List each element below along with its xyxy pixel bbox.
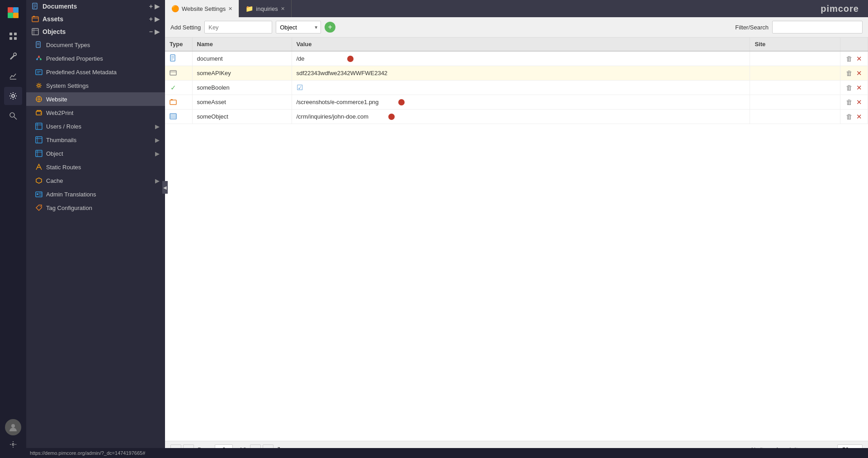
tab-inquiries[interactable]: 📁 inquiries ✕ [239,0,291,17]
row-type-cell [165,51,192,66]
documents-add[interactable]: + [149,3,153,10]
status-url: https://demo.pimcore.org/admin/?_dc=1474… [30,450,145,456]
sidebar-item-predefined-asset-metadata[interactable]: Predefined Asset Metadata [26,65,165,79]
col-actions [840,38,868,51]
delete-button[interactable]: 🗑 [845,112,854,121]
chart-icon[interactable] [4,67,22,85]
pimcore-logo: pimcore [821,4,859,14]
row-name-cell: someAsset [192,95,292,110]
row-site-cell [750,66,840,81]
svg-point-13 [11,424,15,428]
assets-expand[interactable]: ▶ [155,15,160,23]
user-avatar[interactable] [5,419,21,435]
assets-add[interactable]: + [149,15,153,23]
sidebar-assets-header[interactable]: Assets + ▶ [26,13,165,25]
delete-button[interactable]: 🗑 [845,69,854,77]
col-value[interactable]: Value [292,38,750,51]
grid-nav-icon[interactable] [4,27,22,45]
svg-rect-62 [171,99,173,100]
objects-expand[interactable]: ▶ [155,28,160,35]
sidebar-item-admin-translations[interactable]: Admin Translations [26,187,165,201]
sidebar-item-web2print[interactable]: Web2Print [26,106,165,119]
filter-input[interactable] [772,21,863,33]
documents-expand[interactable]: ▶ [155,3,160,10]
sidebar-item-document-types[interactable]: Document Types [26,38,165,52]
remove-button[interactable]: ✕ [855,98,863,106]
site-indicator [347,56,354,62]
sidebar-item-static-routes[interactable]: Static Routes [26,160,165,174]
sidebar-item-predefined-properties[interactable]: Predefined Properties [26,52,165,65]
svg-point-27 [38,56,40,57]
sidebar-item-users-roles[interactable]: Users / Roles ▶ [26,119,165,133]
gear-icon[interactable] [4,87,22,105]
table-row: document /de 🗑 ✕ [165,51,868,66]
data-table-container: Type Name Value Site document [165,38,868,441]
svg-rect-32 [36,70,42,75]
sidebar-item-website[interactable]: Website [26,92,165,106]
row-site-cell [750,95,840,110]
delete-button[interactable]: 🗑 [845,54,854,63]
documents-label: Documents [42,3,77,10]
row-type-cell [165,110,192,124]
row-value-cell: /screenshots/e-commerce1.png [292,95,750,110]
sidebar-documents-header[interactable]: Documents + ▶ [26,0,165,13]
wrench-icon[interactable] [4,47,22,65]
delete-button[interactable]: 🗑 [845,98,854,106]
row-type-cell [165,66,192,81]
col-name[interactable]: Name [192,38,292,51]
settings-table: Type Name Value Site document [165,38,868,124]
status-bar: https://demo.pimcore.org/admin/?_dc=1474… [26,448,868,458]
remove-button[interactable]: ✕ [855,83,863,92]
row-value: /de [297,55,305,62]
svg-point-11 [10,113,14,117]
svg-point-10 [12,95,14,97]
row-name-cell: someBoolen [192,81,292,95]
remove-button[interactable]: ✕ [855,69,863,77]
sidebar-item-thumbnails[interactable]: Thumbnails ▶ [26,133,165,147]
row-site-cell [750,81,840,95]
svg-rect-21 [32,29,38,35]
search-icon[interactable] [4,107,22,125]
svg-rect-40 [36,123,42,129]
remove-button[interactable]: ✕ [855,112,863,121]
svg-rect-46 [36,150,42,157]
bottom-settings-icon[interactable] [4,435,22,453]
row-value-cell: /crm/inquiries/john-doe.com [292,110,750,124]
tab-website-settings[interactable]: 🟠 Website Settings ✕ [165,0,239,17]
add-setting-label: Add Setting [170,24,201,31]
sidebar-item-tag-configuration[interactable]: Tag Configuration [26,201,165,215]
key-input[interactable] [204,21,272,33]
delete-button[interactable]: 🗑 [845,83,854,92]
inquiries-tab-close[interactable]: ✕ [281,6,285,12]
app-logo [5,5,21,21]
admin-translations-label: Admin Translations [46,191,96,198]
row-name-cell: someObject [192,110,292,124]
row-actions-cell: 🗑 ✕ [840,81,868,95]
site-indicator [388,114,395,120]
remove-button[interactable]: ✕ [855,54,863,63]
objects-collapse[interactable]: − [149,28,153,35]
website-settings-tab-close[interactable]: ✕ [228,6,232,12]
sidebar-item-system-settings[interactable]: System Settings [26,79,165,92]
col-site[interactable]: Site [750,38,840,51]
sidebar-objects-header[interactable]: Objects − ▶ [26,25,165,38]
type-select[interactable]: Object Document Asset Boolean Text [276,21,321,33]
row-value-cell: /de [292,51,750,66]
sidebar-item-cache[interactable]: Cache ▶ [26,174,165,187]
row-type-cell [165,95,192,110]
filter-search-label: Filter/Search [735,24,769,31]
row-site-cell [750,110,840,124]
system-settings-label: System Settings [46,82,89,89]
svg-rect-6 [9,37,12,40]
row-type-cell: ✓ [165,81,192,95]
table-row: ✓ someBoolen ☑ 🗑 ✕ [165,81,868,95]
users-roles-label: Users / Roles [46,123,81,130]
sidebar-collapse-arrow[interactable]: ◀ [162,181,168,194]
cache-arrow: ▶ [155,177,160,184]
sidebar-item-object[interactable]: Object ▶ [26,147,165,160]
col-type[interactable]: Type [165,38,192,51]
row-actions-cell: 🗑 ✕ [840,110,868,124]
row-site-cell [750,51,840,66]
add-button[interactable]: + [325,22,335,33]
row-actions-cell: 🗑 ✕ [840,95,868,110]
